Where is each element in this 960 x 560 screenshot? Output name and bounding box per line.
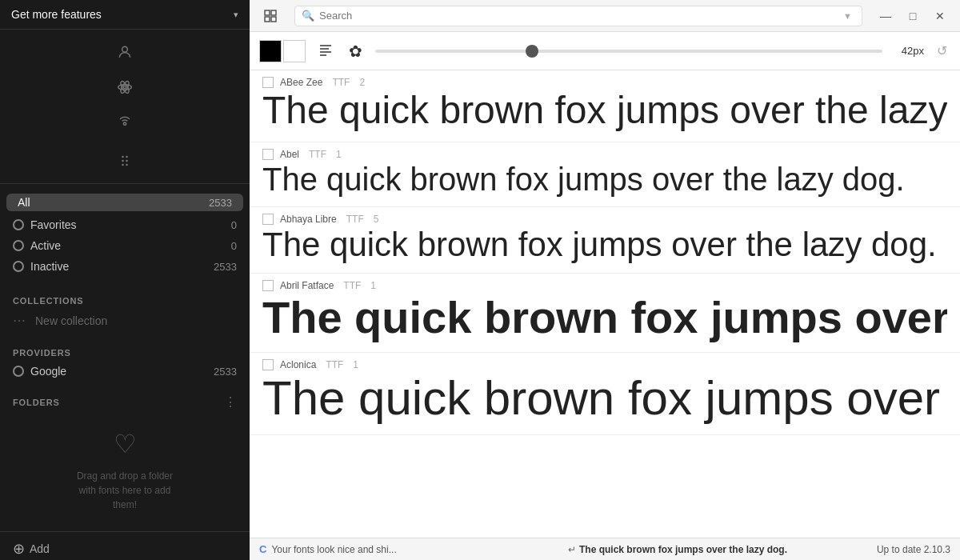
minimize-button[interactable]: — xyxy=(875,6,896,26)
font-item-header-aclonica: Aclonica TTF 1 xyxy=(262,359,947,370)
black-color-swatch[interactable] xyxy=(259,40,282,62)
sidebar-icons xyxy=(0,30,250,184)
atom-icon[interactable] xyxy=(109,71,141,103)
get-more-features-label: Get more features xyxy=(11,8,227,21)
special-char-icon[interactable]: ✿ xyxy=(346,38,366,64)
folders-more-icon[interactable]: ⋮ xyxy=(224,394,237,410)
filter-favorites-item[interactable]: Favorites 0 xyxy=(0,214,250,235)
folders-section: FOLDERS ⋮ ♡ Drag and drop a folderwith f… xyxy=(0,385,250,531)
svg-rect-13 xyxy=(271,10,276,15)
radio-favorites xyxy=(13,219,24,230)
main-content: 🔍 ▼ — □ ✕ xyxy=(250,0,960,560)
filter-active-label: Active xyxy=(30,239,61,252)
new-collection-button[interactable]: ⋯ New collection xyxy=(0,309,250,332)
font-type-abel: TTF xyxy=(309,149,326,160)
search-icon: 🔍 xyxy=(302,10,314,22)
font-count-abril: 1 xyxy=(370,280,376,291)
maximize-button[interactable]: □ xyxy=(902,6,923,26)
titlebar: 🔍 ▼ — □ ✕ xyxy=(250,0,960,32)
filter-inactive-label: Inactive xyxy=(30,260,69,273)
font-item-header-abel: Abel TTF 1 xyxy=(262,149,947,160)
font-name-abeezee: ABee Zee xyxy=(280,77,322,88)
font-item-header-abril: Abril Fatface TTF 1 xyxy=(262,280,947,291)
font-checkbox-aclonica[interactable] xyxy=(262,359,274,370)
chevron-down-icon: ▾ xyxy=(234,10,238,20)
svg-point-5 xyxy=(123,122,126,125)
folders-header: FOLDERS ⋮ xyxy=(0,388,250,413)
search-bar[interactable]: 🔍 ▼ xyxy=(294,6,862,26)
font-preview-abhaya: The quick brown fox jumps over the lazy … xyxy=(262,226,947,263)
filter-active-item[interactable]: Active 0 xyxy=(0,235,250,256)
font-checkbox-abel[interactable] xyxy=(262,149,274,160)
svg-point-7 xyxy=(126,156,128,158)
font-preview-abeezee: The quick brown fox jumps over the lazy … xyxy=(262,90,947,132)
filter-section: All 2533 Favorites 0 Active 0 Inactive 2… xyxy=(0,184,250,283)
font-name-abhaya: Abhaya Libre xyxy=(280,214,337,225)
svg-point-11 xyxy=(126,164,128,166)
search-input[interactable] xyxy=(319,10,835,22)
white-color-swatch[interactable] xyxy=(283,40,306,62)
statusbar-enter-icon: ↵ xyxy=(568,544,576,555)
podcast-icon[interactable] xyxy=(109,106,141,138)
font-count-aclonica: 1 xyxy=(353,359,358,370)
font-type-abril: TTF xyxy=(343,280,361,291)
align-icon[interactable] xyxy=(315,39,336,63)
font-name-abel: Abel xyxy=(280,149,299,160)
add-label: Add xyxy=(30,542,50,555)
statusbar: C Your fonts look nice and shi... ↵ The … xyxy=(250,538,960,560)
toolbar: ✿ 42px ↺ xyxy=(250,32,960,70)
font-checkbox-abril[interactable] xyxy=(262,280,274,291)
collections-section: COLLECTIONS ⋯ New collection xyxy=(0,283,250,338)
filter-favorites-count: 0 xyxy=(231,219,237,231)
font-preview-abril: The quick brown fox jumps over the lazy … xyxy=(262,293,947,342)
new-collection-label: New collection xyxy=(35,314,107,327)
font-preview-abel: The quick brown fox jumps over the lazy … xyxy=(262,162,947,197)
provider-google-count: 2533 xyxy=(214,366,237,378)
font-item-header: ABee Zee TTF 2 xyxy=(262,77,947,88)
font-type-aclonica: TTF xyxy=(326,359,343,370)
svg-point-6 xyxy=(122,156,124,158)
statusbar-preview-text: The quick brown fox jumps over the lazy … xyxy=(579,544,787,555)
search-dropdown-icon[interactable]: ▼ xyxy=(840,8,855,24)
font-item-abhayalibre: Abhaya Libre TTF 5 The quick brown fox j… xyxy=(250,207,960,274)
font-checkbox-abhaya[interactable] xyxy=(262,214,274,225)
font-item-abeezee: ABee Zee TTF 2 The quick brown fox jumps… xyxy=(250,70,960,142)
size-slider-container xyxy=(375,50,882,53)
filter-inactive-item[interactable]: Inactive 2533 xyxy=(0,256,250,277)
providers-section: PROVIDERS Google 2533 xyxy=(0,338,250,385)
get-more-features-button[interactable]: Get more features ▾ xyxy=(0,0,250,30)
filter-favorites-label: Favorites xyxy=(30,218,77,231)
reset-icon[interactable]: ↺ xyxy=(934,40,950,62)
titlebar-tabs xyxy=(259,8,282,24)
font-item-abel: Abel TTF 1 The quick brown fox jumps ove… xyxy=(250,142,960,207)
font-type-abhaya: TTF xyxy=(346,214,364,225)
filter-inactive-count: 2533 xyxy=(214,261,237,273)
radio-inactive xyxy=(13,261,24,272)
font-count-abel: 1 xyxy=(336,149,342,160)
svg-point-0 xyxy=(122,46,128,52)
collections-title: COLLECTIONS xyxy=(0,290,250,309)
drag-handle-icon[interactable] xyxy=(109,145,141,177)
svg-point-10 xyxy=(122,164,124,166)
svg-point-1 xyxy=(123,86,126,88)
font-name-aclonica: Aclonica xyxy=(280,359,316,370)
size-value: 42px xyxy=(892,45,924,57)
font-name-abril: Abril Fatface xyxy=(280,280,334,291)
window-controls: — □ ✕ xyxy=(875,6,950,26)
size-slider[interactable] xyxy=(375,50,882,53)
font-item-abrilfatface: Abril Fatface TTF 1 The quick brown fox … xyxy=(250,274,960,353)
person-icon[interactable] xyxy=(109,36,141,68)
svg-rect-14 xyxy=(265,17,270,22)
font-checkbox-abeezee[interactable] xyxy=(262,77,274,88)
font-item-aclonica: Aclonica TTF 1 The quick brown fox jumps… xyxy=(250,353,960,435)
filter-all-item[interactable]: All 2533 xyxy=(0,190,250,214)
close-button[interactable]: ✕ xyxy=(930,6,950,26)
add-button[interactable]: ⊕ Add xyxy=(0,531,250,560)
svg-rect-12 xyxy=(265,10,270,15)
provider-google-item[interactable]: Google 2533 xyxy=(0,361,250,382)
statusbar-version: Up to date 2.10.3 xyxy=(877,544,950,555)
statusbar-notification: Your fonts look nice and shi... xyxy=(271,544,396,555)
tab-grid-icon[interactable] xyxy=(259,8,282,24)
statusbar-c-icon: C xyxy=(259,543,266,555)
provider-google-label: Google xyxy=(30,365,66,378)
